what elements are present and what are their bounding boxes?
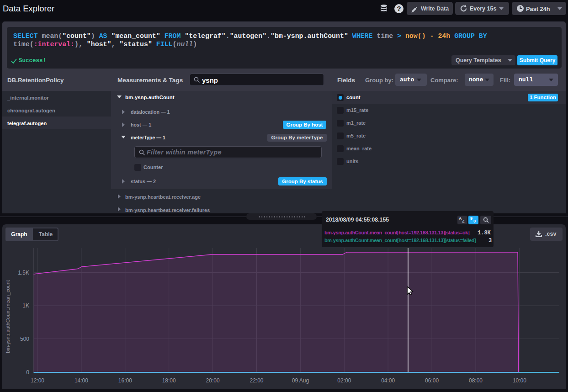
svg-text:20:00: 20:00: [206, 377, 220, 384]
svg-text:14:00: 14:00: [74, 377, 88, 384]
svg-text:12:00: 12:00: [31, 377, 44, 384]
svg-text:10:00: 10:00: [513, 377, 526, 384]
svg-text:0: 0: [26, 369, 29, 376]
svg-text:18:00: 18:00: [162, 377, 176, 384]
svg-text:06:00: 06:00: [425, 377, 439, 384]
svg-text:1K: 1K: [22, 302, 29, 309]
svg-text:08:00: 08:00: [469, 377, 483, 384]
svg-text:22:00: 22:00: [249, 377, 263, 384]
svg-text:04:00: 04:00: [381, 377, 395, 384]
svg-text:02:00: 02:00: [337, 377, 351, 384]
svg-text:16:00: 16:00: [118, 377, 132, 384]
svg-text:500: 500: [20, 336, 29, 342]
svg-text:1.5K: 1.5K: [18, 270, 29, 276]
svg-text:09 Aug: 09 Aug: [292, 377, 309, 384]
svg-text:bm-ysnp.authCount.mean_count: bm-ysnp.authCount.mean_count: [5, 280, 11, 353]
